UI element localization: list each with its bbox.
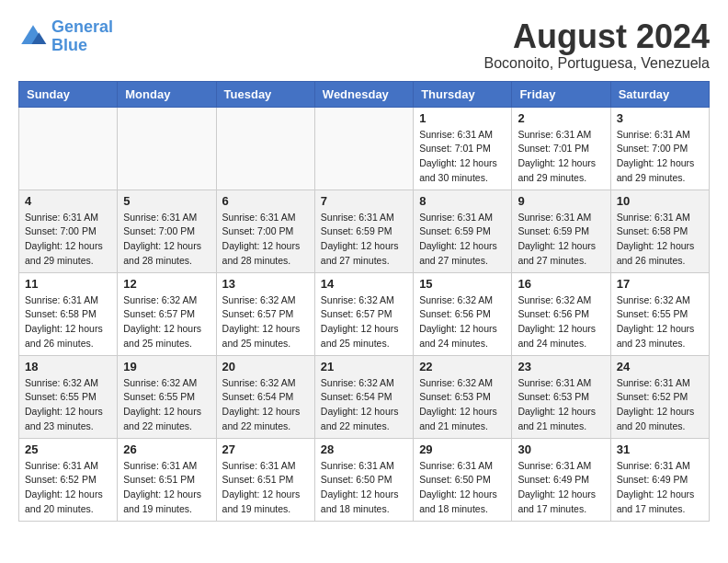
day-number: 16: [518, 277, 604, 291]
weekday-header: Saturday: [610, 81, 709, 107]
calendar-cell: 20Sunrise: 6:32 AM Sunset: 6:54 PM Dayli…: [216, 355, 314, 438]
day-number: 31: [617, 442, 703, 456]
day-number: 28: [321, 442, 407, 456]
day-number: 20: [222, 360, 309, 373]
calendar-week-row: 4Sunrise: 6:31 AM Sunset: 7:00 PM Daylig…: [19, 190, 710, 272]
day-number: 24: [617, 360, 703, 373]
calendar-cell: 8Sunrise: 6:31 AM Sunset: 6:59 PM Daylig…: [414, 190, 512, 272]
day-number: 9: [518, 194, 604, 208]
day-detail: Sunrise: 6:31 AM Sunset: 7:01 PM Dayligh…: [518, 128, 604, 186]
day-detail: Sunrise: 6:32 AM Sunset: 6:57 PM Dayligh…: [321, 293, 407, 351]
calendar-cell: 6Sunrise: 6:31 AM Sunset: 7:00 PM Daylig…: [216, 190, 314, 272]
day-detail: Sunrise: 6:32 AM Sunset: 6:56 PM Dayligh…: [518, 293, 604, 351]
calendar-subtitle: Boconoito, Portuguesa, Venezuela: [483, 55, 710, 72]
calendar-cell: 22Sunrise: 6:32 AM Sunset: 6:53 PM Dayli…: [414, 355, 512, 438]
calendar-week-row: 1Sunrise: 6:31 AM Sunset: 7:01 PM Daylig…: [19, 107, 710, 190]
weekday-header: Thursday: [414, 81, 512, 107]
day-detail: Sunrise: 6:31 AM Sunset: 6:50 PM Dayligh…: [419, 459, 506, 517]
day-detail: Sunrise: 6:32 AM Sunset: 6:55 PM Dayligh…: [25, 376, 111, 434]
day-number: 5: [123, 194, 210, 208]
day-detail: Sunrise: 6:32 AM Sunset: 6:55 PM Dayligh…: [617, 293, 703, 351]
weekday-header: Monday: [118, 81, 216, 107]
day-detail: Sunrise: 6:31 AM Sunset: 6:52 PM Dayligh…: [25, 459, 111, 517]
day-detail: Sunrise: 6:32 AM Sunset: 6:54 PM Dayligh…: [321, 376, 407, 434]
day-detail: Sunrise: 6:32 AM Sunset: 6:54 PM Dayligh…: [222, 376, 309, 434]
calendar-cell: 2Sunrise: 6:31 AM Sunset: 7:01 PM Daylig…: [512, 107, 610, 190]
calendar-cell: 10Sunrise: 6:31 AM Sunset: 6:58 PM Dayli…: [610, 190, 709, 272]
calendar-cell: 11Sunrise: 6:31 AM Sunset: 6:58 PM Dayli…: [19, 272, 118, 355]
calendar-cell: 30Sunrise: 6:31 AM Sunset: 6:49 PM Dayli…: [512, 438, 610, 521]
day-detail: Sunrise: 6:31 AM Sunset: 6:49 PM Dayligh…: [518, 459, 604, 517]
day-detail: Sunrise: 6:31 AM Sunset: 6:59 PM Dayligh…: [419, 211, 506, 269]
calendar-week-row: 11Sunrise: 6:31 AM Sunset: 6:58 PM Dayli…: [19, 272, 710, 355]
day-detail: Sunrise: 6:32 AM Sunset: 6:57 PM Dayligh…: [222, 293, 309, 351]
weekday-header: Tuesday: [216, 81, 314, 107]
day-number: 11: [25, 277, 111, 291]
day-number: 10: [617, 194, 703, 208]
calendar-cell: 7Sunrise: 6:31 AM Sunset: 6:59 PM Daylig…: [314, 190, 413, 272]
day-detail: Sunrise: 6:31 AM Sunset: 6:53 PM Dayligh…: [518, 376, 604, 434]
day-number: 25: [25, 442, 111, 456]
calendar-cell: 24Sunrise: 6:31 AM Sunset: 6:52 PM Dayli…: [610, 355, 709, 438]
day-number: 30: [518, 442, 604, 456]
day-number: 29: [419, 442, 506, 456]
calendar-cell: 1Sunrise: 6:31 AM Sunset: 7:01 PM Daylig…: [414, 107, 512, 190]
logo-line2: Blue: [51, 37, 113, 55]
calendar-cell: 31Sunrise: 6:31 AM Sunset: 6:49 PM Dayli…: [610, 438, 709, 521]
day-detail: Sunrise: 6:31 AM Sunset: 6:58 PM Dayligh…: [617, 211, 703, 269]
day-number: 27: [222, 442, 309, 456]
day-number: 26: [123, 442, 210, 456]
day-number: 19: [123, 360, 210, 373]
logo-icon: [18, 22, 48, 52]
day-detail: Sunrise: 6:31 AM Sunset: 7:00 PM Dayligh…: [617, 128, 703, 186]
calendar-cell: 27Sunrise: 6:31 AM Sunset: 6:51 PM Dayli…: [216, 438, 314, 521]
calendar-table: SundayMondayTuesdayWednesdayThursdayFrid…: [18, 81, 710, 522]
calendar-cell: [314, 107, 413, 190]
day-detail: Sunrise: 6:32 AM Sunset: 6:57 PM Dayligh…: [123, 293, 210, 351]
day-detail: Sunrise: 6:31 AM Sunset: 7:00 PM Dayligh…: [123, 211, 210, 269]
day-detail: Sunrise: 6:31 AM Sunset: 6:51 PM Dayligh…: [123, 459, 210, 517]
calendar-cell: 28Sunrise: 6:31 AM Sunset: 6:50 PM Dayli…: [314, 438, 413, 521]
day-number: 18: [25, 360, 111, 373]
day-detail: Sunrise: 6:31 AM Sunset: 7:01 PM Dayligh…: [419, 128, 506, 186]
day-number: 22: [419, 360, 506, 373]
day-number: 3: [617, 111, 703, 125]
weekday-header: Sunday: [19, 81, 118, 107]
day-detail: Sunrise: 6:31 AM Sunset: 6:58 PM Dayligh…: [25, 293, 111, 351]
day-number: 6: [222, 194, 309, 208]
calendar-cell: [118, 107, 216, 190]
calendar-header-row: SundayMondayTuesdayWednesdayThursdayFrid…: [19, 81, 710, 107]
calendar-cell: 13Sunrise: 6:32 AM Sunset: 6:57 PM Dayli…: [216, 272, 314, 355]
day-detail: Sunrise: 6:31 AM Sunset: 6:49 PM Dayligh…: [617, 459, 703, 517]
calendar-cell: 23Sunrise: 6:31 AM Sunset: 6:53 PM Dayli…: [512, 355, 610, 438]
logo-line1: General: [51, 17, 113, 36]
day-number: 2: [518, 111, 604, 125]
day-number: 23: [518, 360, 604, 373]
calendar-cell: 4Sunrise: 6:31 AM Sunset: 7:00 PM Daylig…: [19, 190, 118, 272]
calendar-cell: 12Sunrise: 6:32 AM Sunset: 6:57 PM Dayli…: [118, 272, 216, 355]
day-number: 12: [123, 277, 210, 291]
calendar-cell: 19Sunrise: 6:32 AM Sunset: 6:55 PM Dayli…: [118, 355, 216, 438]
calendar-cell: 15Sunrise: 6:32 AM Sunset: 6:56 PM Dayli…: [414, 272, 512, 355]
day-detail: Sunrise: 6:31 AM Sunset: 6:51 PM Dayligh…: [222, 459, 309, 517]
day-number: 13: [222, 277, 309, 291]
calendar-cell: 25Sunrise: 6:31 AM Sunset: 6:52 PM Dayli…: [19, 438, 118, 521]
weekday-header: Wednesday: [314, 81, 413, 107]
day-number: 1: [419, 111, 506, 125]
day-detail: Sunrise: 6:31 AM Sunset: 6:52 PM Dayligh…: [617, 376, 703, 434]
calendar-cell: [19, 107, 118, 190]
calendar-title: August 2024: [483, 18, 710, 55]
logo: General Blue: [18, 18, 113, 55]
day-detail: Sunrise: 6:32 AM Sunset: 6:56 PM Dayligh…: [419, 293, 506, 351]
calendar-cell: 26Sunrise: 6:31 AM Sunset: 6:51 PM Dayli…: [118, 438, 216, 521]
day-number: 4: [25, 194, 111, 208]
calendar-cell: 21Sunrise: 6:32 AM Sunset: 6:54 PM Dayli…: [314, 355, 413, 438]
calendar-week-row: 18Sunrise: 6:32 AM Sunset: 6:55 PM Dayli…: [19, 355, 710, 438]
calendar-week-row: 25Sunrise: 6:31 AM Sunset: 6:52 PM Dayli…: [19, 438, 710, 521]
title-block: August 2024 Boconoito, Portuguesa, Venez…: [483, 18, 710, 72]
calendar-cell: 16Sunrise: 6:32 AM Sunset: 6:56 PM Dayli…: [512, 272, 610, 355]
day-number: 15: [419, 277, 506, 291]
weekday-header: Friday: [512, 81, 610, 107]
day-detail: Sunrise: 6:31 AM Sunset: 6:59 PM Dayligh…: [321, 211, 407, 269]
day-detail: Sunrise: 6:31 AM Sunset: 6:50 PM Dayligh…: [321, 459, 407, 517]
